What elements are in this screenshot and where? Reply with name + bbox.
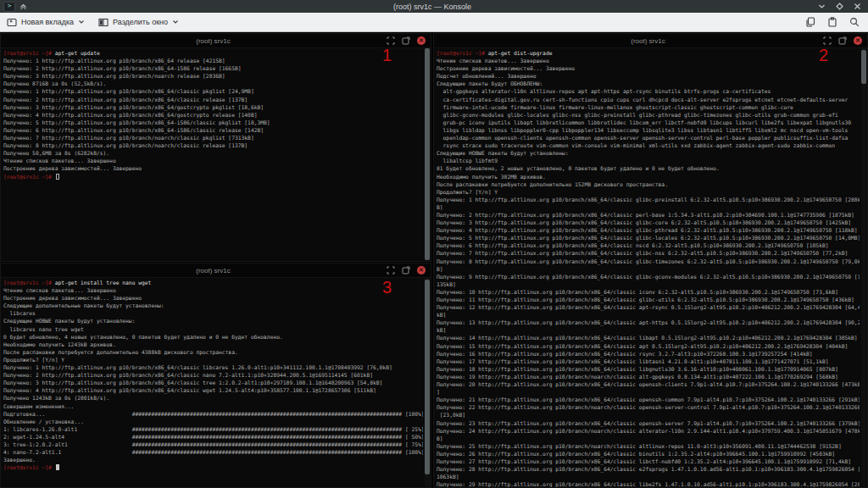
- shell-command: apt-get install tree nano wget: [52, 280, 152, 286]
- scrollbar[interactable]: [425, 278, 430, 486]
- terminal-line: Следующие НОВЫЕ пакеты будут установлены…: [3, 317, 423, 324]
- terminal-line: B]: [437, 203, 860, 211]
- terminal-screen[interactable]: [root@srv1c ~]# apt-get dist-upgradeЧтен…: [437, 49, 860, 487]
- scrollbar[interactable]: [425, 48, 430, 260]
- konsole-window: > (root) srv1c — Konsole Новая вкладка: [0, 0, 868, 488]
- terminal-line: Получено: 10 http://ftp.altlinux.org p10…: [437, 288, 860, 296]
- terminal-pane-top-left[interactable]: (root) srv1c ✕ [root@srv1c ~]# apt-get u…: [0, 33, 431, 262]
- maximize-pane-icon[interactable]: [823, 36, 832, 45]
- tab-plus-icon: [7, 18, 17, 27]
- terminal-line: Построение дерева зависимостей... Заверш…: [3, 164, 423, 172]
- right-column: (root) srv1c ✕ [root@srv1c ~]# apt-get d…: [433, 33, 868, 488]
- terminal-line: Получено: 7 http://ftp.altlinux.org p10/…: [3, 134, 423, 141]
- maximize-button[interactable]: [836, 3, 843, 10]
- split-window-label: Разделить окно: [113, 18, 168, 26]
- terminal-line: Получено: 2 http://ftp.altlinux.org p10/…: [3, 371, 423, 379]
- terminal-line: Получено: 4 http://ftp.altlinux.org p10/…: [3, 111, 423, 119]
- terminal-line: Получено: 29 http://ftp.altlinux.org p10…: [437, 480, 860, 487]
- terminal-line: Получено: 26 http://ftp.altlinux.org p10…: [437, 450, 860, 458]
- terminal-line: libcares: [3, 309, 423, 317]
- pane-header[interactable]: (root) srv1c ✕: [434, 34, 867, 48]
- terminal-line: Получено: 1 http://ftp.altlinux.org p10/…: [3, 363, 423, 371]
- terminal-line: Необходимо получить 1243kB архивов.: [3, 341, 423, 348]
- scrollbar[interactable]: [861, 48, 866, 486]
- terminal-line: [23,0kB]: [437, 411, 860, 419]
- maximize-pane-icon[interactable]: [387, 36, 395, 45]
- terminal-cursor: [56, 174, 59, 180]
- terminal-line: Получено: 4 http://ftp.altlinux.org p10/…: [3, 386, 423, 394]
- terminal-line: Получено 8716B за 0s (52,5kB/s).: [3, 80, 423, 87]
- shell-command: [52, 464, 55, 470]
- terminal-line: После распаковки потребуется дополнитель…: [437, 180, 860, 188]
- terminal-line: Получено: 21 http://ftp.altlinux.org p10…: [437, 396, 860, 403]
- close-button[interactable]: [854, 3, 861, 10]
- terminal-line: Построение дерева зависимостей... Заверш…: [437, 64, 860, 72]
- terminal-line: [root@srv1c ~]# apt-get update: [3, 49, 423, 57]
- terminal-line: kB]: [437, 311, 860, 319]
- annotation-number: 1: [382, 47, 392, 64]
- new-tab-button[interactable]: Новая вкладка: [0, 13, 92, 31]
- keep-above-icon[interactable]: [19, 3, 27, 10]
- terminal-line: Получено: 8 http://ftp.altlinux.org p10/…: [437, 258, 860, 265]
- terminal-line: [root@srv1c ~]# apt-get install tree nan…: [3, 279, 423, 286]
- copy-icon[interactable]: [805, 17, 815, 27]
- minimize-button[interactable]: [818, 3, 826, 10]
- terminal-line: alt-gpgkeys alterator-l10n altlinux-repo…: [437, 87, 860, 95]
- shell-prompt: [root@srv1c ~]#: [3, 50, 52, 56]
- terminal-line: Построение дерева зависимостей... Заверш…: [3, 294, 423, 302]
- detach-tab-icon[interactable]: [402, 266, 410, 274]
- titlebar[interactable]: > (root) srv1c — Konsole: [0, 0, 868, 13]
- toolbar: Новая вкладка Разделить окно: [0, 13, 868, 32]
- terminal-line: 135kB]: [437, 280, 860, 288]
- terminal-line: Получено: 4 http://ftp.altlinux.org p10/…: [437, 226, 860, 234]
- close-icon[interactable]: ✕: [417, 266, 426, 274]
- terminal-line: Получено: 15 http://ftp.altlinux.org p10…: [437, 342, 860, 350]
- terminal-line: openldap-common openssh-clients openssh-…: [437, 134, 860, 141]
- detach-tab-icon[interactable]: [402, 36, 410, 45]
- konsole-app-icon: >: [3, 2, 15, 12]
- scrollbar-handle[interactable]: [861, 50, 866, 84]
- terminal-line: Необходимо получить 382MB архивов.: [437, 173, 860, 180]
- terminal-line: kB]: [437, 326, 860, 334]
- terminal-line: Получено: 24 http://ftp.altlinux.org p10…: [437, 427, 860, 435]
- terminal-line: Получено: 18 http://ftp.altlinux.org p10…: [437, 365, 860, 373]
- terminal-line: Получено: 13 http://ftp.altlinux.org p10…: [437, 319, 860, 326]
- terminal-line: Получено: 11 http://ftp.altlinux.org p10…: [437, 296, 860, 303]
- terminal-pane-right[interactable]: (root) srv1c ✕ [root@srv1c ~]# apt-get d…: [433, 33, 868, 488]
- close-icon[interactable]: ✕: [854, 36, 862, 45]
- split-window-button[interactable]: Разделить окно: [92, 13, 186, 31]
- terminal-line: Получено: 3 http://ftp.altlinux.org p10/…: [3, 72, 423, 80]
- scrollbar-handle[interactable]: [425, 280, 430, 474]
- chevron-down-icon: [172, 19, 179, 25]
- terminal-line: Получено: 3 http://ftp.altlinux.org p10/…: [437, 219, 860, 226]
- terminal-line: Получено: 12 http://ftp.altlinux.org p10…: [437, 303, 860, 311]
- scrollbar-handle[interactable]: [425, 48, 430, 260]
- shell-prompt: [root@srv1c ~]#: [437, 50, 485, 56]
- pane-header[interactable]: (root) srv1c ✕: [1, 263, 431, 278]
- terminal-line: Следующие НОВЫЕ пакеты будут установлены…: [437, 149, 860, 157]
- detach-tab-icon[interactable]: [838, 36, 847, 45]
- split-view-icon: [98, 18, 108, 27]
- chevron-down-icon: [78, 19, 85, 25]
- terminal-line: B]: [437, 435, 860, 442]
- terminal-pane-bottom-left[interactable]: (root) srv1c ✕ [root@srv1c ~]# apt-get i…: [0, 263, 431, 488]
- terminal-line: Получено: 2 http://ftp.altlinux.org p10/…: [437, 211, 860, 219]
- terminal-line: B]: [437, 265, 860, 273]
- magnifier-icon[interactable]: [849, 17, 860, 27]
- terminal-line: Следующие пакеты будут ОБНОВЛЕНЫ:: [437, 80, 860, 87]
- terminal-screen[interactable]: [root@srv1c ~]# apt-get install tree nan…: [3, 279, 423, 487]
- terminal-screen[interactable]: [root@srv1c ~]# apt-get updateПолучено: …: [3, 49, 423, 261]
- pane-header[interactable]: (root) srv1c ✕: [1, 34, 431, 48]
- terminal-line: Получено: 8 http://ftp.altlinux.org p10/…: [3, 141, 423, 149]
- clipboard-icon[interactable]: [827, 17, 837, 27]
- titlebar-left: >: [0, 2, 105, 12]
- terminal-line: Получено: 3 http://ftp.altlinux.org p10/…: [3, 379, 423, 386]
- terminal-line: Получено: 1 http://ftp.altlinux.org p10/…: [3, 87, 423, 95]
- close-icon[interactable]: ✕: [417, 36, 426, 45]
- terminal-line: Подсчет обновлений... Завершено: [437, 72, 860, 80]
- maximize-pane-icon[interactable]: [387, 266, 395, 274]
- terminal-line: Получено: 20 http://ftp.altlinux.org p10…: [437, 380, 860, 388]
- terminal-line: 0 будет обновлено, 4 новых установлено, …: [3, 333, 423, 341]
- pane-header-icons: ✕: [813, 36, 867, 45]
- terminal-line: Получено: 23 http://ftp.altlinux.org p10…: [437, 419, 860, 427]
